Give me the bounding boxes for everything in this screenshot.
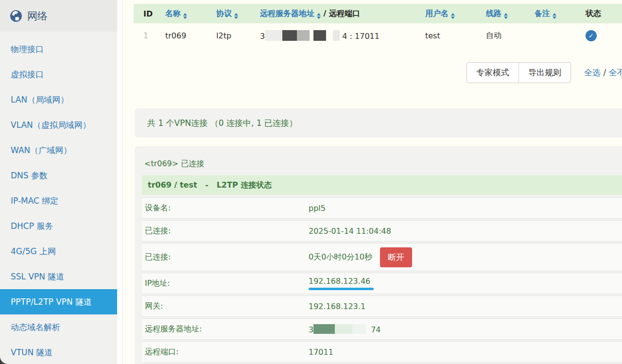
- row-line: 自动: [476, 31, 525, 41]
- col-header-protocol[interactable]: 协议: [207, 9, 250, 19]
- sort-icon: [234, 13, 238, 19]
- sidebar-item-vtun[interactable]: VTUN 隧道: [0, 340, 117, 364]
- sidebar-item-wan[interactable]: WAN（广域网）: [0, 138, 117, 163]
- connected-timestamp-value: 2025-01-14 11:04:48: [309, 226, 622, 236]
- link-separator: /: [601, 68, 609, 77]
- connection-status-panel: <tr069> 已连接 tr069 / test - L2TP 连接状态 设备名…: [135, 146, 622, 364]
- vpn-summary-text: 共 1 个VPN连接 （0 连接中, 1 已连接）: [147, 118, 297, 129]
- select-all-link[interactable]: 全选: [584, 68, 601, 77]
- row-remote-address: 3 4 : 17011: [250, 30, 415, 41]
- col-header-name[interactable]: 名称: [156, 9, 207, 19]
- main-content: ID 名称 协议 远程服务器地址 / 远程端口 用户名 线路 备注 状态 1 t…: [123, 0, 622, 364]
- deselect-all-link[interactable]: 全不选: [609, 68, 622, 77]
- vpn-summary-bar: 共 1 个VPN连接 （0 连接中, 1 已连接）: [135, 108, 622, 138]
- status-row-connected-time: 已连接: 2025-01-14 11:04:48: [142, 220, 622, 242]
- row-name: tr069: [156, 31, 207, 40]
- row-status: ✓: [576, 30, 620, 41]
- remote-port-value: 17011: [309, 347, 622, 357]
- sidebar-item-4g5g[interactable]: 4G/5G 上网: [0, 239, 117, 264]
- sidebar-content-divider: [117, 0, 123, 364]
- sidebar-item-ip-mac-binding[interactable]: IP-MAC 绑定: [0, 188, 117, 213]
- sidebar-nav: 物理接口 虚拟接口 LAN（局域网） VLAN（虚拟局域网） WAN（广域网） …: [0, 32, 117, 364]
- device-name-value: ppl5: [309, 204, 622, 213]
- sort-icon: [504, 13, 508, 19]
- sort-icon: [183, 13, 187, 19]
- gateway-value: 192.168.123.1: [309, 302, 622, 311]
- sidebar-item-pptp-l2tp-vpn[interactable]: PPTP/L2TP VPN 隧道: [0, 289, 117, 314]
- redacted-server-blocks: [313, 324, 371, 334]
- row-protocol: l2tp: [207, 31, 250, 40]
- sidebar-title: 网络: [27, 9, 48, 23]
- sidebar-item-lan[interactable]: LAN（局域网）: [0, 87, 117, 112]
- remote-server-value: 374: [309, 324, 622, 334]
- toolbar: 专家模式 导出规则 全选 / 全不选: [134, 62, 622, 83]
- connection-title: <tr069> 已连接: [142, 146, 622, 175]
- export-rules-button[interactable]: 导出规则: [518, 62, 571, 83]
- sidebar-item-physical-interface[interactable]: 物理接口: [0, 36, 117, 62]
- sidebar-item-ddns[interactable]: 动态域名解析: [0, 314, 117, 340]
- ip-highlight-underline: [309, 288, 374, 290]
- sidebar-item-vlan[interactable]: VLAN（虚拟局域网）: [0, 112, 117, 138]
- col-header-remote-address-port[interactable]: 远程服务器地址 / 远程端口: [250, 9, 415, 19]
- col-header-username[interactable]: 用户名: [415, 9, 476, 19]
- status-row-remote-server: 远程服务器地址: 374: [142, 318, 622, 340]
- col-header-status: 状态: [576, 9, 620, 19]
- vpn-table: ID 名称 协议 远程服务器地址 / 远程端口 用户名 线路 备注 状态 1 t…: [134, 4, 622, 48]
- status-row-device-name: 设备名: ppl5: [142, 197, 622, 219]
- sidebar-item-dns[interactable]: DNS 参数: [0, 163, 117, 188]
- sort-icon: [451, 13, 455, 19]
- redacted-ip-blocks: [265, 30, 340, 41]
- sort-icon: [317, 13, 321, 19]
- app-window: 网络 物理接口 虚拟接口 LAN（局域网） VLAN（虚拟局域网） WAN（广域…: [0, 0, 622, 364]
- status-rows: 设备名: ppl5 已连接: 2025-01-14 11:04:48 已连接: …: [142, 197, 622, 363]
- connection-status-header: tr069 / test - L2TP 连接状态: [142, 175, 622, 195]
- sidebar-item-ssl-vpn[interactable]: SSL VPN 隧道: [0, 264, 117, 289]
- status-row-remote-port: 远程端口: 17011: [142, 341, 622, 363]
- sort-icon: [553, 13, 556, 19]
- sidebar: 网络 物理接口 虚拟接口 LAN（局域网） VLAN（虚拟局域网） WAN（广域…: [0, 0, 117, 364]
- disconnect-button[interactable]: 断开: [380, 247, 412, 267]
- selection-links: 全选 / 全不选: [584, 67, 622, 78]
- connected-check-icon[interactable]: ✓: [586, 30, 597, 41]
- sidebar-item-virtual-interface[interactable]: 虚拟接口: [0, 62, 117, 87]
- col-header-line[interactable]: 线路: [476, 9, 525, 19]
- col-header-remark[interactable]: 备注: [525, 9, 576, 19]
- row-username: test: [415, 31, 476, 40]
- sidebar-item-dhcp[interactable]: DHCP 服务: [0, 213, 117, 239]
- status-row-ip-address: IP地址: 192.168.123.46: [142, 273, 622, 294]
- status-row-gateway: 网关: 192.168.123.1: [142, 295, 622, 317]
- duration-value: 0天0小时0分10秒: [309, 252, 372, 262]
- col-header-id: ID: [134, 9, 156, 18]
- ip-address-value: 192.168.123.46: [309, 277, 370, 286]
- vpn-table-row: 1 tr069 l2tp 3 4 : 17011 test 自动 ✓: [134, 23, 622, 48]
- button-group: 专家模式 导出规则: [466, 62, 571, 83]
- expert-mode-button[interactable]: 专家模式: [466, 62, 519, 83]
- globe-icon: [10, 10, 22, 22]
- vpn-table-header: ID 名称 协议 远程服务器地址 / 远程端口 用户名 线路 备注 状态: [134, 4, 622, 23]
- row-id: 1: [134, 31, 156, 40]
- status-row-duration: 已连接: 0天0小时0分10秒 断开: [142, 243, 622, 271]
- sidebar-header: 网络: [0, 0, 117, 32]
